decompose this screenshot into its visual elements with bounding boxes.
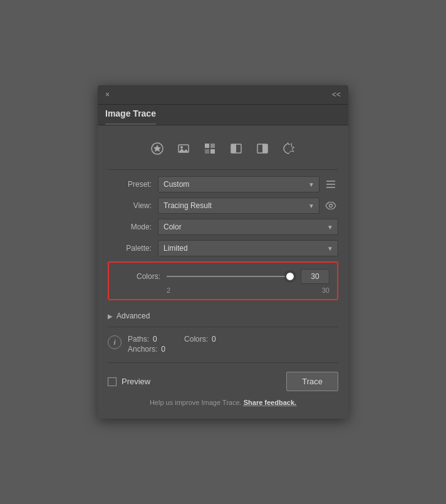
info-section: i Paths: 0 Colors: 0 Anchors: 0 [108,330,338,360]
mode-label: Mode: [108,223,152,231]
slider-track[interactable] [167,276,294,277]
mode-select-wrap: Color Grayscale Black and White ▼ [158,219,338,235]
eye-icon[interactable] [323,198,338,213]
colors-label: Colors: [117,272,160,281]
grayscale-icon[interactable] [227,139,246,158]
palette-label: Palette: [108,244,152,253]
colors-info-value: 0 [212,335,216,344]
svg-rect-3 [205,144,209,148]
high-color-icon[interactable] [174,139,193,158]
colors-section: Colors: 2 30 [108,261,338,300]
paths-label: Paths: [128,335,149,344]
mode-row: Mode: Color Grayscale Black and White ▼ [108,219,338,235]
palette-select-wrap: Limited Full Tone Document Library Custo… [158,240,338,256]
svg-rect-6 [210,149,215,154]
image-trace-panel: × << Image Trace [98,85,348,419]
svg-point-13 [329,204,333,207]
divider-2 [108,327,338,327]
paths-value: 0 [153,335,157,344]
anchors-label: Anchors: [128,345,157,354]
colors-info-label: Colors: [184,335,208,344]
slider-wrap [167,269,329,284]
slider-max-label: 30 [322,286,329,294]
anchors-info: Anchors: 0 [128,345,165,354]
svg-rect-8 [231,144,236,153]
toolbar-row [108,133,338,167]
paths-info: Paths: 0 [128,335,165,344]
slider-thumb[interactable] [285,271,295,281]
info-icon: i [108,335,122,349]
preview-label: Preview [122,377,286,386]
preset-menu-icon[interactable] [323,177,338,192]
preview-checkbox[interactable] [108,377,117,386]
svg-rect-5 [205,149,209,154]
advanced-label: Advanced [117,312,150,320]
svg-point-2 [180,146,183,149]
colors-value-input[interactable] [301,269,329,284]
info-grid: Paths: 0 Colors: 0 Anchors: 0 [128,335,222,354]
slider-minmax: 2 30 [117,286,329,294]
slider-min-label: 2 [167,286,170,294]
view-select-wrap: Tracing Result Outlines Outlines with Tr… [158,197,319,214]
trace-button[interactable]: Trace [286,372,338,391]
advanced-arrow-icon: ▶ [108,313,113,320]
palette-row: Palette: Limited Full Tone Document Libr… [108,240,338,256]
anchors-value: 0 [161,345,165,354]
view-row: View: Tracing Result Outlines Outlines w… [108,197,338,214]
panel-header: × << [98,85,348,105]
auto-color-icon[interactable] [148,139,167,158]
divider-1 [108,169,338,170]
low-color-icon[interactable] [200,139,219,158]
collapse-button[interactable]: << [332,90,341,99]
svg-rect-4 [210,144,215,148]
bottom-row: Preview Trace [108,365,338,395]
view-label: View: [108,201,152,210]
outline-icon[interactable] [279,139,298,158]
feedback-text: Help us improve Image Trace. [150,399,242,406]
close-button[interactable]: × [105,90,110,99]
preset-row: Preset: Custom Default High Fidelity Pho… [108,176,338,192]
advanced-row[interactable]: ▶ Advanced [108,308,338,324]
panel-title-bar: Image Trace [98,105,348,125]
feedback-row: Help us improve Image Trace. Share feedb… [108,395,338,411]
mode-select[interactable]: Color Grayscale Black and White [158,219,338,235]
view-select[interactable]: Tracing Result Outlines Outlines with Tr… [158,197,319,214]
divider-3 [108,362,338,363]
panel-body: Preset: Custom Default High Fidelity Pho… [98,125,348,419]
colors-row: Colors: [117,269,329,284]
panel-title: Image Trace [105,108,156,125]
colors-info: Colors: 0 [184,335,222,344]
black-white-icon[interactable] [253,139,272,158]
preset-select-wrap: Custom Default High Fidelity Photo Low F… [158,176,319,192]
preset-select[interactable]: Custom Default High Fidelity Photo Low F… [158,176,319,192]
preset-label: Preset: [108,180,152,189]
feedback-link[interactable]: Share feedback. [244,399,296,406]
palette-select[interactable]: Limited Full Tone Document Library Custo… [158,240,338,256]
